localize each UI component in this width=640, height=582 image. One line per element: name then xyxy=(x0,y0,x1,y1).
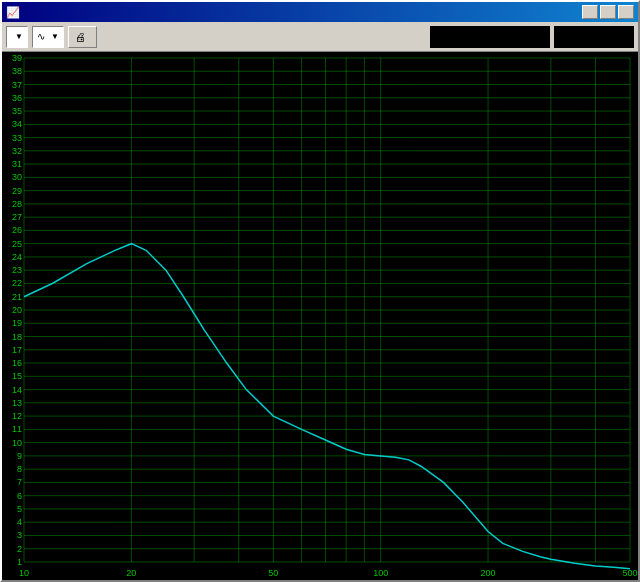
toolbar-black-box-1 xyxy=(430,26,550,48)
filter-dropdown[interactable]: ▼ xyxy=(6,26,28,48)
group-delay-dropdown-arrow: ▼ xyxy=(51,32,59,41)
title-bar: 📈 xyxy=(2,2,638,22)
toolbar: ▼ ∿ ▼ 🖨 xyxy=(2,22,638,52)
minimize-button[interactable] xyxy=(582,5,598,19)
maximize-button[interactable] xyxy=(600,5,616,19)
print-button[interactable]: 🖨 xyxy=(68,26,97,48)
chart-canvas xyxy=(2,52,638,580)
group-delay-icon: ∿ xyxy=(37,31,45,42)
print-icon: 🖨 xyxy=(75,31,86,43)
main-window: 📈 ▼ ∿ ▼ 🖨 xyxy=(0,0,640,582)
close-button[interactable] xyxy=(618,5,634,19)
chart-area xyxy=(2,52,638,580)
toolbar-black-box-2 xyxy=(554,26,634,48)
group-delay-dropdown[interactable]: ∿ ▼ xyxy=(32,26,64,48)
title-icon: 📈 xyxy=(6,5,20,19)
filter-dropdown-arrow: ▼ xyxy=(15,32,23,41)
title-controls xyxy=(582,5,634,19)
chart-container xyxy=(2,52,638,580)
